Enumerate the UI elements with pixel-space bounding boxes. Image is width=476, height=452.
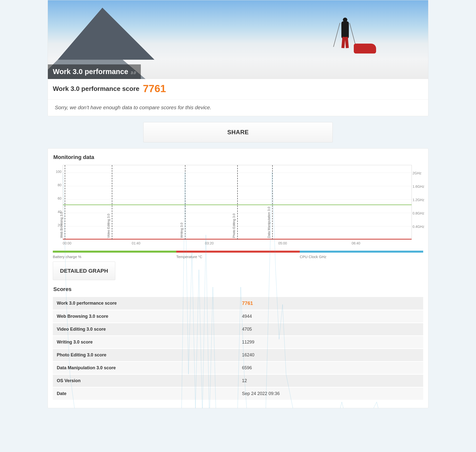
x-tick: 03:20 [205, 241, 214, 245]
y-left-tick: 80 [55, 183, 61, 187]
benchmark-name: Work 3.0 performance [53, 68, 128, 76]
x-tick: 00:00 [63, 241, 71, 245]
y-right-tick: 2GHz [413, 171, 424, 175]
cpu-clock-series [63, 165, 412, 408]
share-button[interactable]: SHARE [143, 122, 333, 142]
hero-title: Work 3.0 performance 3.0 [48, 64, 141, 79]
x-tick: 06:40 [352, 241, 360, 245]
x-axis: 00:00 01:40 03:20 05:00 06:40 [63, 241, 412, 246]
y-right-tick: 1.2GHz [413, 198, 424, 202]
y-right-tick: 1.6GHz [413, 185, 424, 188]
main-score-row: Work 3.0 performance score 7761 [48, 79, 428, 99]
monitoring-card: Monitoring data 100 80 60 40 20 2GHz 1.6… [48, 148, 428, 408]
monitoring-title: Monitoring data [53, 154, 423, 160]
y-left-tick: 100 [55, 170, 61, 174]
monitoring-chart: 100 80 60 40 20 2GHz 1.6GHz 1.2GHz 0.8GH… [63, 165, 412, 240]
main-score-value: 7761 [143, 83, 166, 94]
hero-banner: Work 3.0 performance 3.0 [48, 0, 428, 79]
no-compare-message: Sorry, we don't have enough data to comp… [48, 99, 428, 116]
phase-label: Web Browsing 3.0 [60, 212, 63, 238]
x-tick: 05:00 [278, 241, 287, 245]
y-left-tick: 60 [55, 196, 61, 200]
main-score-label: Work 3.0 performance score [53, 85, 139, 93]
result-card: Work 3.0 performance 3.0 Work 3.0 perfor… [48, 0, 428, 116]
y-right-tick: 0.4GHz [413, 225, 424, 229]
benchmark-version: 3.0 [131, 71, 136, 75]
y-right-tick: 0.8GHz [413, 211, 424, 215]
x-tick: 01:40 [132, 241, 140, 245]
